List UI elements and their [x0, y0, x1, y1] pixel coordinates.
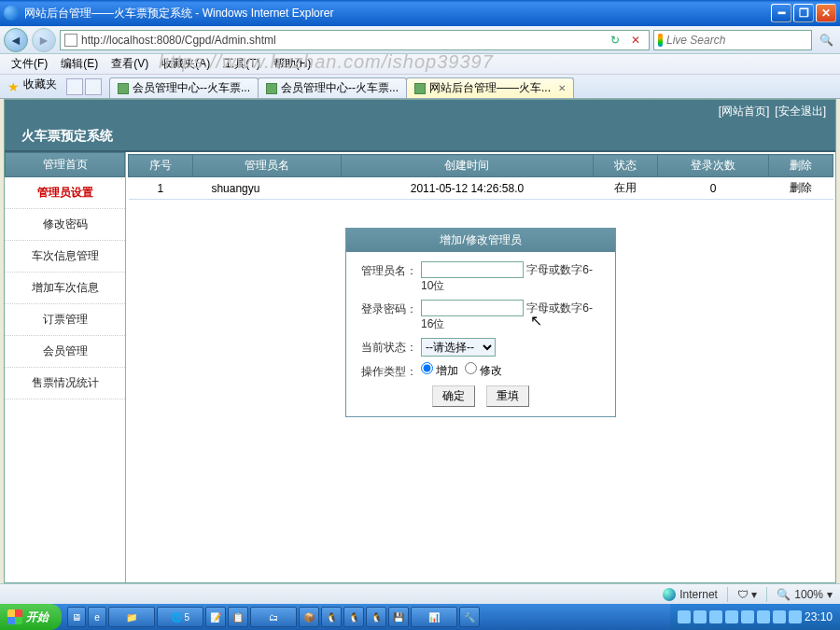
browser-tab[interactable]: 会员管理中心--火车票... [109, 77, 259, 98]
tray-icon[interactable] [709, 610, 722, 623]
tab-close-icon[interactable]: ✕ [558, 83, 566, 93]
forward-button[interactable]: ► [32, 28, 56, 52]
form-title: 增加/修改管理员 [346, 229, 615, 252]
search-button[interactable]: 🔍 [816, 30, 836, 50]
sidebar: 管理首页 管理员设置修改密码车次信息管理增加车次信息订票管理会员管理售票情况统计 [5, 152, 126, 582]
tray-icon[interactable] [789, 610, 802, 623]
task-item[interactable]: 🐧 [321, 607, 342, 627]
link-logout[interactable]: [安全退出] [775, 104, 826, 119]
search-provider-icon [658, 34, 663, 47]
ie-icon [4, 6, 19, 21]
menu-favorites[interactable]: 收藏夹(A) [156, 54, 216, 74]
search-bar[interactable] [653, 30, 812, 50]
sidebar-item[interactable]: 会员管理 [5, 336, 125, 368]
browser-tab[interactable]: 会员管理中心--火车票... [258, 77, 407, 98]
menu-edit[interactable]: 编辑(E) [55, 54, 104, 74]
maximize-button[interactable]: ❐ [793, 4, 814, 22]
tab-grid-button[interactable] [85, 78, 102, 95]
reset-button[interactable]: 重填 [486, 385, 529, 407]
back-button[interactable]: ◄ [4, 28, 28, 52]
admin-table: 序号 管理员名 创建时间 状态 登录次数 删除 1shuangyu2011-05… [128, 154, 833, 200]
task-item[interactable]: 🖥 [67, 607, 86, 627]
table-cell: 在用 [594, 177, 658, 200]
ok-button[interactable]: 确定 [432, 385, 475, 407]
status-bar: Internet 🛡 ▾ 🔍 100% ▾ [0, 583, 840, 604]
radio-edit[interactable] [465, 362, 477, 374]
username-input[interactable] [421, 261, 524, 278]
task-item[interactable]: 📋 [228, 607, 248, 627]
task-item[interactable]: 🔧 [459, 607, 480, 627]
sidebar-item[interactable]: 修改密码 [5, 209, 125, 241]
task-item[interactable]: 📁 [108, 607, 155, 627]
optype-label: 操作类型： [357, 362, 417, 380]
task-item[interactable]: 🐧 [343, 607, 364, 627]
status-label: 当前状态： [357, 338, 417, 356]
protected-mode[interactable]: 🛡 ▾ [737, 588, 757, 601]
tray-icon[interactable] [741, 610, 754, 623]
task-item[interactable]: 📦 [299, 607, 319, 627]
page-topbar: [网站首页] [安全退出] [5, 100, 835, 122]
tab-bar: ★ 收藏夹 会员管理中心--火车票...会员管理中心--火车票...网站后台管理… [0, 75, 840, 99]
th-seq: 序号 [129, 155, 193, 177]
window-title: 网站后台管理——火车票预定系统 - Windows Internet Explo… [24, 6, 771, 21]
tab-favicon [266, 83, 277, 94]
browser-tab[interactable]: 网站后台管理——火车...✕ [406, 77, 574, 98]
menu-file[interactable]: 文件(F) [6, 54, 53, 74]
task-item[interactable]: 🌐 5 [157, 607, 203, 627]
tray-icon[interactable] [773, 610, 786, 623]
sidebar-item[interactable]: 订票管理 [5, 304, 125, 336]
table-cell[interactable]: 删除 [769, 177, 833, 200]
password-input[interactable] [421, 300, 524, 316]
tab-list-button[interactable] [66, 78, 83, 95]
menu-tools[interactable]: 工具(T) [217, 54, 265, 74]
tab-favicon [118, 83, 129, 94]
tray-icon[interactable] [678, 610, 691, 623]
radio-add[interactable] [421, 362, 433, 374]
search-input[interactable] [666, 34, 807, 47]
password-label: 登录密码： [357, 300, 417, 317]
task-item[interactable]: 📝 [205, 607, 226, 627]
clock: 23:10 [805, 610, 833, 623]
task-item[interactable]: 💾 [388, 607, 409, 627]
table-cell: 2011-05-12 14:26:58.0 [341, 177, 593, 200]
tray-icon[interactable] [693, 610, 707, 623]
menu-help[interactable]: 帮助(H) [268, 54, 317, 74]
task-item[interactable]: 🗂 [250, 607, 297, 627]
security-zone[interactable]: Internet [663, 588, 718, 601]
start-button[interactable]: 开始 [0, 604, 62, 630]
th-created: 创建时间 [341, 155, 593, 177]
nav-toolbar: ◄ ► ↻ ✕ 🔍 [0, 26, 840, 54]
tab-label: 网站后台管理——火车... [429, 80, 551, 96]
sidebar-item[interactable]: 增加车次信息 [5, 273, 125, 304]
task-item[interactable]: 🐧 [366, 607, 386, 627]
address-bar[interactable]: ↻ ✕ [60, 30, 650, 50]
sidebar-item[interactable]: 车次信息管理 [5, 241, 125, 273]
username-label: 管理员名： [357, 261, 417, 279]
task-item[interactable]: 📊 [411, 607, 457, 627]
table-cell: shuangyu [192, 177, 341, 200]
sidebar-item[interactable]: 售票情况统计 [5, 368, 125, 399]
stop-button[interactable]: ✕ [626, 31, 645, 49]
tray-icon[interactable] [757, 610, 770, 623]
close-button[interactable]: ✕ [816, 4, 836, 22]
tray-icon[interactable] [725, 610, 738, 623]
menu-view[interactable]: 查看(V) [105, 54, 154, 74]
favorites-star-icon[interactable]: ★ [7, 79, 20, 94]
th-status: 状态 [594, 155, 658, 177]
tab-label: 会员管理中心--火车票... [133, 80, 250, 96]
status-select[interactable]: --请选择-- [421, 338, 496, 357]
task-item[interactable]: e [88, 607, 106, 627]
url-input[interactable] [81, 34, 604, 47]
zoom-control[interactable]: 🔍 100% ▾ [777, 588, 833, 601]
favorites-label[interactable]: 收藏夹 [23, 77, 57, 92]
th-user: 管理员名 [192, 155, 341, 177]
globe-icon [663, 588, 676, 601]
table-cell: 0 [658, 177, 769, 200]
sidebar-item[interactable]: 管理员设置 [5, 177, 125, 209]
system-tray[interactable]: 23:10 [670, 604, 840, 630]
radio-edit-label: 修改 [480, 364, 502, 377]
link-home[interactable]: [网站首页] [719, 104, 770, 119]
refresh-button[interactable]: ↻ [606, 31, 624, 49]
sidebar-header[interactable]: 管理首页 [5, 152, 125, 177]
minimize-button[interactable]: ━ [771, 4, 791, 22]
